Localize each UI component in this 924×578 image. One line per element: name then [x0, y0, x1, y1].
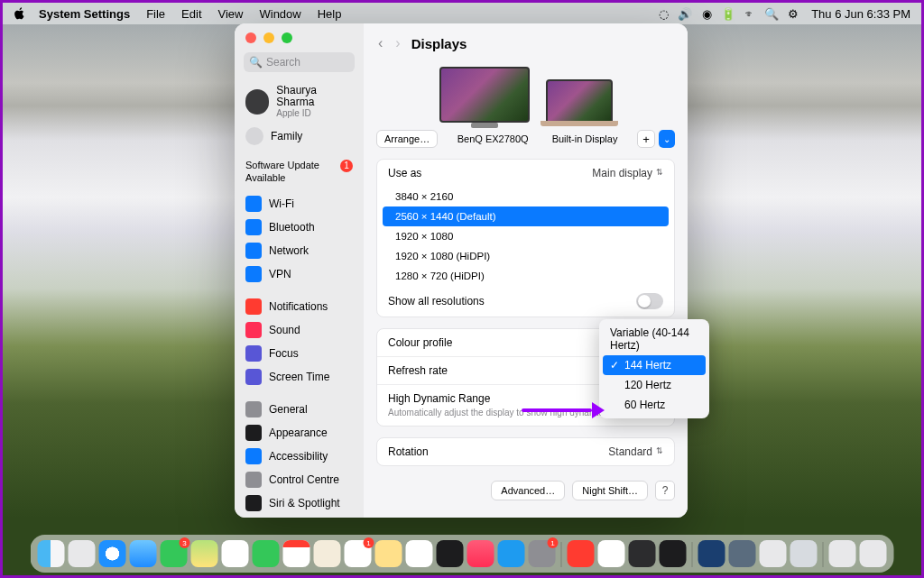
- volume-icon[interactable]: 🔊: [674, 7, 696, 21]
- window-controls: [235, 32, 364, 52]
- night-shift-button[interactable]: Night Shift…: [572, 481, 648, 500]
- creative-cloud-icon[interactable]: ◌: [652, 7, 674, 21]
- display-arrangement[interactable]: [376, 67, 675, 123]
- dock-finder[interactable]: [38, 540, 65, 567]
- dock-trash[interactable]: [860, 540, 887, 567]
- minimise-button[interactable]: [263, 32, 274, 43]
- menubar-file[interactable]: File: [146, 7, 165, 21]
- add-display-dropdown[interactable]: ⌄: [659, 130, 675, 148]
- dock-facetime[interactable]: [253, 540, 280, 567]
- apple-logo-icon[interactable]: [14, 7, 26, 20]
- close-button[interactable]: [245, 32, 256, 43]
- battery-icon[interactable]: 🔋: [717, 7, 739, 21]
- dock-maps[interactable]: [191, 540, 218, 567]
- menubar-help[interactable]: Help: [318, 7, 342, 21]
- dock-freeform[interactable]: [406, 540, 433, 567]
- dock-minimised-1[interactable]: [698, 540, 725, 567]
- rate-option[interactable]: 120 Hertz: [603, 375, 706, 395]
- dock-separator-2: [692, 542, 693, 567]
- dock-minimised-2[interactable]: [729, 540, 756, 567]
- resolution-option[interactable]: 1920 × 1080 (HiDPI): [377, 246, 674, 266]
- sidebar-item-privacy-security[interactable]: Privacy & Security: [240, 515, 358, 518]
- sidebar-item-vpn[interactable]: VPN: [240, 262, 358, 286]
- search-input[interactable]: 🔍 Search: [244, 52, 355, 72]
- rate-menu-header[interactable]: Variable (40-144 Hertz): [603, 323, 706, 355]
- sidebar-item-network[interactable]: Network: [240, 239, 358, 262]
- zoom-button[interactable]: [282, 32, 292, 43]
- sidebar-item-accessibility[interactable]: Accessibility: [240, 445, 358, 468]
- dock-safari[interactable]: [99, 540, 126, 567]
- dock-minimised-3[interactable]: [760, 540, 787, 567]
- account-name: Shaurya Sharma: [276, 85, 353, 108]
- dock-messages[interactable]: 3: [161, 540, 188, 567]
- dock-music[interactable]: [467, 540, 494, 567]
- dock-app-2[interactable]: [629, 540, 656, 567]
- help-button[interactable]: ?: [655, 481, 675, 500]
- sidebar-list[interactable]: Wi-FiBluetoothNetworkVPNNotificationsSou…: [235, 190, 364, 518]
- spotlight-icon[interactable]: 🔍: [761, 7, 782, 21]
- show-all-toggle[interactable]: [636, 293, 663, 309]
- sidebar-item-appearance[interactable]: Appearance: [240, 421, 358, 445]
- dock-minimised-4[interactable]: [790, 540, 818, 567]
- forward-button[interactable]: ›: [393, 35, 402, 51]
- sidebar-item-wi-fi[interactable]: Wi-Fi: [240, 192, 358, 216]
- update-badge: 1: [340, 160, 353, 172]
- advanced-button[interactable]: Advanced…: [491, 481, 565, 500]
- dock-app-1[interactable]: [568, 540, 595, 567]
- sidebar-icon: [245, 345, 262, 362]
- external-monitor-thumb[interactable]: [439, 67, 530, 123]
- dock-app-store[interactable]: [498, 540, 525, 567]
- dock-downloads[interactable]: [829, 540, 856, 567]
- dock[interactable]: 3 1 1: [31, 535, 894, 573]
- sidebar-item-notifications[interactable]: Notifications: [240, 295, 358, 318]
- menubar: System Settings File Edit View Window He…: [3, 3, 921, 24]
- software-update-row[interactable]: Software Update Available 1: [235, 151, 364, 190]
- sidebar-item-label: Siri & Spotlight: [269, 497, 340, 509]
- rate-option[interactable]: 60 Hertz: [603, 395, 706, 415]
- annotation-arrow: [522, 404, 605, 417]
- back-button[interactable]: ‹: [376, 35, 384, 51]
- resolution-option[interactable]: 2560 × 1440 (Default): [383, 206, 669, 226]
- dock-contacts[interactable]: [314, 540, 341, 567]
- add-display-button[interactable]: +: [637, 130, 655, 148]
- sidebar-item-control-centre[interactable]: Control Centre: [240, 468, 358, 491]
- rotation-select[interactable]: Standard⇅: [608, 445, 663, 458]
- sidebar-item-general[interactable]: General: [240, 398, 358, 421]
- menubar-edit[interactable]: Edit: [181, 7, 201, 21]
- control-centre-icon[interactable]: ⚙: [782, 7, 804, 21]
- refresh-rate-menu[interactable]: Variable (40-144 Hertz) ✓144 Hertz120 He…: [599, 319, 709, 418]
- wifi-icon[interactable]: ᯤ: [739, 7, 761, 21]
- resolution-list[interactable]: 3840 × 21602560 × 1440 (Default)1920 × 1…: [377, 187, 674, 286]
- menubar-clock[interactable]: Thu 6 Jun 6:33 PM: [811, 7, 910, 21]
- apple-id-row[interactable]: Shaurya Sharma Apple ID: [235, 81, 364, 122]
- dock-system-settings[interactable]: 1: [529, 540, 556, 567]
- resolution-option[interactable]: 1280 × 720 (HiDPI): [377, 266, 674, 286]
- resolution-option[interactable]: 3840 × 2160: [377, 187, 674, 206]
- use-as-label: Use as: [388, 167, 421, 179]
- arrange-button[interactable]: Arrange…: [376, 130, 438, 148]
- sidebar-item-sound[interactable]: Sound: [240, 318, 358, 342]
- dock-mail[interactable]: [130, 540, 157, 567]
- search-placeholder: Search: [266, 56, 300, 69]
- use-as-select[interactable]: Main display⇅: [592, 167, 663, 179]
- dock-terminal[interactable]: [660, 540, 687, 567]
- resolution-option[interactable]: 1920 × 1080: [377, 226, 674, 246]
- family-row[interactable]: Family: [235, 122, 364, 151]
- dock-slack[interactable]: [598, 540, 625, 567]
- sidebar-item-siri-spotlight[interactable]: Siri & Spotlight: [240, 491, 358, 515]
- menubar-view[interactable]: View: [218, 7, 244, 21]
- sidebar-item-focus[interactable]: Focus: [240, 342, 358, 365]
- dock-calendar[interactable]: [283, 540, 310, 567]
- menubar-app-name[interactable]: System Settings: [39, 7, 130, 21]
- dock-tv[interactable]: [437, 540, 464, 567]
- sidebar-item-screen-time[interactable]: Screen Time: [240, 365, 358, 389]
- menubar-window[interactable]: Window: [259, 7, 300, 21]
- dock-notes[interactable]: [375, 540, 402, 567]
- dock-reminders[interactable]: 1: [345, 540, 372, 567]
- rate-option[interactable]: ✓144 Hertz: [603, 355, 706, 375]
- sidebar-item-bluetooth[interactable]: Bluetooth: [240, 216, 358, 239]
- builtin-monitor-thumb[interactable]: [546, 79, 613, 123]
- recording-icon[interactable]: ◉: [696, 7, 717, 21]
- dock-photos[interactable]: [222, 540, 249, 567]
- dock-launchpad[interactable]: [69, 540, 96, 567]
